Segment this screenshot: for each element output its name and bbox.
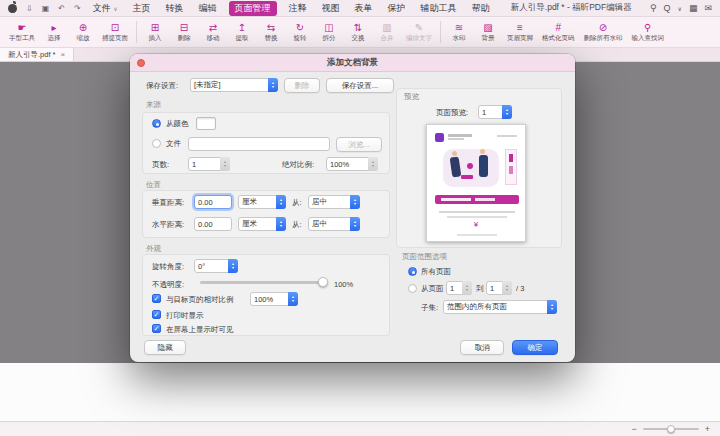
ribbon-delete[interactable]: ⊟删除 bbox=[171, 21, 197, 44]
horizontal-anchor-dropdown[interactable]: 居中 bbox=[308, 217, 360, 231]
ribbon-extract[interactable]: ↥提取 bbox=[229, 21, 255, 44]
preview-currency-mark: ¥ bbox=[427, 220, 525, 229]
page-preview-label: 页面预览: bbox=[436, 108, 468, 118]
to-page-stepper[interactable]: 1 bbox=[486, 281, 512, 295]
horizontal-distance-input[interactable]: 0.00 bbox=[194, 217, 232, 231]
menu-comment[interactable]: 注释 bbox=[286, 1, 310, 16]
menu-help[interactable]: 帮助 bbox=[469, 1, 493, 16]
ribbon-watermark[interactable]: ≋水印 bbox=[446, 21, 472, 44]
relative-scale-label: 与目标页的相对比例 bbox=[166, 295, 234, 305]
all-pages-radio[interactable] bbox=[408, 267, 417, 276]
relative-scale-stepper[interactable]: 100% bbox=[250, 292, 298, 306]
print-icon[interactable]: ▣ bbox=[42, 4, 50, 13]
opacity-slider-knob[interactable] bbox=[318, 277, 328, 287]
save-settings-dropdown[interactable]: [未指定] bbox=[190, 78, 278, 92]
color-swatch[interactable] bbox=[196, 117, 216, 130]
menu-protect[interactable]: 保护 bbox=[385, 1, 409, 16]
subset-dropdown[interactable]: 范围内的所有页面 bbox=[443, 300, 557, 314]
menu-convert[interactable]: 转换 bbox=[163, 1, 187, 16]
document-tab[interactable]: 新人引导.pdf * × bbox=[0, 48, 74, 61]
to-page-value: 1 bbox=[487, 284, 502, 293]
relative-scale-checkbox[interactable]: ✓ bbox=[152, 294, 161, 303]
ribbon-edit-text[interactable]: ✎编排文字 bbox=[403, 21, 435, 44]
ribbon-swap[interactable]: ⇅交换 bbox=[345, 21, 371, 44]
ribbon-hand-tool-label: 手型工具 bbox=[9, 34, 35, 43]
vertical-distance-label: 垂直距离: bbox=[152, 198, 184, 208]
chevron-down-icon[interactable]: ∨ bbox=[678, 5, 682, 12]
ribbon-insert[interactable]: ⊞插入 bbox=[142, 21, 168, 44]
zoom-slider-knob[interactable] bbox=[667, 425, 675, 433]
page-preview-stepper[interactable]: 1 bbox=[478, 105, 512, 119]
ribbon-background-label: 背景 bbox=[482, 34, 495, 43]
vertical-from-label: 从: bbox=[292, 198, 302, 208]
rotate-page-icon: ↻ bbox=[296, 22, 304, 33]
menu-view[interactable]: 视图 bbox=[319, 1, 343, 16]
ribbon-hand-tool[interactable]: ☛手型工具 bbox=[6, 21, 38, 44]
vertical-anchor-dropdown[interactable]: 居中 bbox=[308, 195, 360, 209]
ribbon-enter-search-term[interactable]: ⚲输入查找词 bbox=[629, 21, 668, 44]
apple-menu-icon[interactable] bbox=[8, 4, 17, 13]
ribbon-select[interactable]: ▸选择 bbox=[41, 21, 67, 44]
menu-form[interactable]: 表单 bbox=[352, 1, 376, 16]
menubar: ⇩ ▣ ↶ ↷ 文件 ∨ 主页 转换 编辑 页面管理 注释 视图 表单 保护 辅… bbox=[0, 0, 720, 17]
ribbon-edit-text-label: 编排文字 bbox=[406, 34, 432, 43]
rotation-angle-stepper[interactable]: 0° bbox=[194, 259, 238, 273]
show-on-screen-checkbox[interactable]: ✓ bbox=[152, 324, 161, 333]
ribbon-replace[interactable]: ⇆替换 bbox=[258, 21, 284, 44]
ribbon-zoom[interactable]: ⊕缩放 bbox=[70, 21, 96, 44]
horizontal-unit-dropdown[interactable]: 厘米 bbox=[238, 217, 286, 231]
menu-file[interactable]: 文件 ∨ bbox=[90, 1, 121, 16]
move-page-icon: ⇄ bbox=[209, 22, 217, 33]
ribbon-merge[interactable]: ▥合并 bbox=[374, 21, 400, 44]
show-on-print-checkbox[interactable]: ✓ bbox=[152, 310, 161, 319]
file-radio[interactable] bbox=[152, 139, 161, 148]
delete-setting-button[interactable]: 删除 bbox=[284, 78, 320, 93]
mail-icon[interactable]: ✉ bbox=[704, 3, 712, 13]
menu-accessibility-tools[interactable]: 辅助工具 bbox=[418, 1, 460, 16]
absolute-scale-stepper[interactable]: 100% bbox=[326, 157, 378, 171]
input-source-indicator[interactable]: Q bbox=[664, 3, 671, 13]
menu-home[interactable]: 主页 bbox=[130, 1, 154, 16]
undo-icon[interactable]: ↶ bbox=[58, 4, 65, 13]
save-icon[interactable]: ⇩ bbox=[26, 4, 33, 13]
menu-file-label: 文件 bbox=[93, 3, 111, 13]
ribbon-background[interactable]: ▨背景 bbox=[475, 21, 501, 44]
from-page-radio[interactable] bbox=[408, 284, 417, 293]
from-color-radio[interactable] bbox=[152, 119, 161, 128]
from-page-stepper[interactable]: 1 bbox=[446, 281, 472, 295]
split-page-icon: ◫ bbox=[324, 22, 333, 33]
browse-button[interactable]: 浏览... bbox=[336, 137, 382, 152]
dialog-close-button[interactable] bbox=[137, 59, 145, 67]
ribbon-format-page-number[interactable]: #格式化页码 bbox=[539, 21, 578, 44]
horizontal-anchor-value: 居中 bbox=[309, 219, 350, 229]
pages-stepper[interactable]: 1 bbox=[188, 157, 230, 171]
ribbon-header-footer[interactable]: ≡页眉页脚 bbox=[504, 21, 536, 44]
grid-icon[interactable]: ▦ bbox=[689, 3, 698, 13]
zoom-slider[interactable] bbox=[643, 424, 699, 434]
menu-edit[interactable]: 编辑 bbox=[196, 1, 220, 16]
ribbon-split[interactable]: ◫拆分 bbox=[316, 21, 342, 44]
ribbon-extract-label: 提取 bbox=[236, 34, 249, 43]
preview-side-mark bbox=[509, 154, 513, 162]
file-path-input[interactable] bbox=[188, 137, 330, 151]
zoom-in-icon[interactable]: + bbox=[705, 425, 710, 434]
menu-page-management[interactable]: 页面管理 bbox=[229, 1, 277, 16]
preview-text-line bbox=[497, 135, 517, 137]
stepper-arrows-icon bbox=[288, 292, 298, 306]
vertical-unit-dropdown[interactable]: 厘米 bbox=[238, 195, 286, 209]
ribbon-rotate[interactable]: ↻旋转 bbox=[287, 21, 313, 44]
ok-button[interactable]: 确定 bbox=[512, 340, 558, 355]
redo-icon[interactable]: ↷ bbox=[74, 4, 81, 13]
ribbon-move[interactable]: ⇄移动 bbox=[200, 21, 226, 44]
save-setting-button[interactable]: 保存设置... bbox=[326, 78, 394, 93]
vertical-distance-input[interactable]: 0.00 bbox=[194, 195, 232, 209]
preview-banner-text bbox=[441, 198, 471, 201]
zoom-out-icon[interactable]: − bbox=[631, 425, 636, 434]
tab-close-icon[interactable]: × bbox=[61, 50, 66, 59]
search-icon[interactable]: ⚲ bbox=[650, 3, 657, 13]
opacity-slider[interactable] bbox=[200, 276, 328, 288]
cancel-button[interactable]: 取消 bbox=[460, 340, 504, 355]
hide-button[interactable]: 隐藏 bbox=[144, 340, 186, 355]
ribbon-remove-all-watermarks[interactable]: ⊘删除所有水印 bbox=[581, 21, 626, 44]
ribbon-snapshot[interactable]: ⊡捕捉页面 bbox=[99, 21, 131, 44]
